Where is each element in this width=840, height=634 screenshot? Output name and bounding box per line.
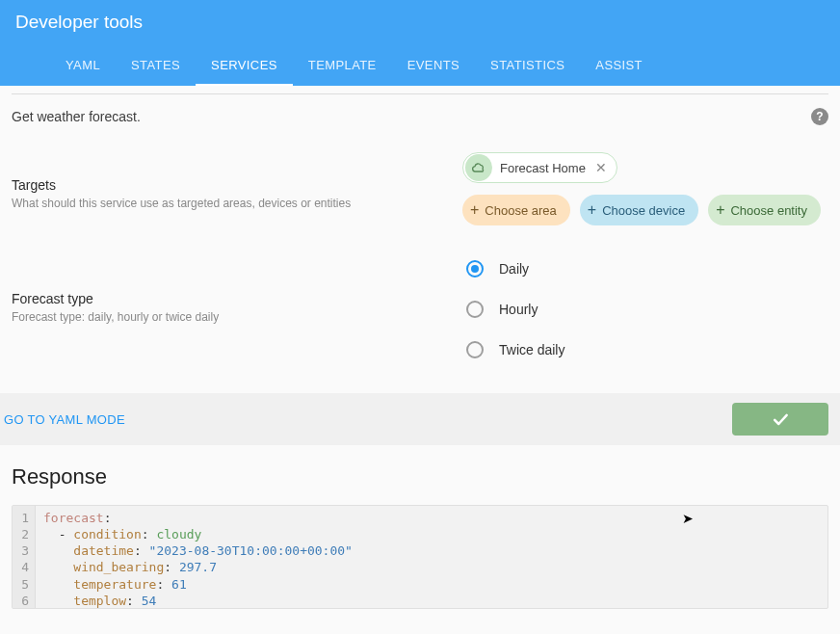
header-tabs: YAMLSTATESSERVICESTEMPLATEEVENTSSTATISTI…	[15, 44, 825, 86]
selected-entity-chip[interactable]: Forecast Home ✕	[462, 152, 617, 183]
choose-entity-label: Choose entity	[730, 203, 807, 218]
service-description: Get weather forecast.	[12, 109, 141, 124]
entity-chip-label: Forecast Home	[500, 161, 586, 175]
radio-label: Twice daily	[499, 342, 564, 357]
remove-entity-icon[interactable]: ✕	[595, 160, 607, 175]
choose-area-label: Choose area	[485, 203, 556, 218]
tab-states[interactable]: STATES	[116, 44, 196, 86]
forecast-type-radio-group: DailyHourlyTwice daily	[462, 254, 828, 358]
forecast-type-sub: Forecast type: daily, hourly or twice da…	[12, 310, 416, 324]
radio-daily[interactable]: Daily	[466, 260, 828, 277]
tab-assist[interactable]: ASSIST	[580, 44, 658, 86]
radio-label: Daily	[499, 261, 529, 277]
radio-icon	[466, 260, 484, 277]
choose-device-label: Choose device	[602, 203, 685, 218]
radio-icon	[466, 301, 484, 318]
radio-label: Hourly	[499, 302, 538, 317]
choose-area-button[interactable]: + Choose area	[462, 195, 570, 225]
call-service-button[interactable]	[732, 403, 828, 436]
action-bar: GO TO YAML MODE	[0, 393, 840, 445]
check-icon	[771, 409, 790, 429]
response-heading: Response	[12, 464, 828, 489]
targets-label: Targets	[12, 177, 416, 193]
go-to-yaml-button[interactable]: GO TO YAML MODE	[0, 412, 125, 427]
plus-icon: +	[716, 201, 724, 219]
radio-icon	[466, 341, 484, 358]
page-title: Developer tools	[15, 12, 825, 44]
tab-services[interactable]: SERVICES	[196, 44, 293, 86]
tab-events[interactable]: EVENTS	[392, 44, 475, 86]
plus-icon: +	[588, 201, 596, 219]
app-header: Developer tools YAMLSTATESSERVICESTEMPLA…	[0, 0, 840, 86]
tab-template[interactable]: TEMPLATE	[293, 44, 392, 86]
plus-icon: +	[470, 201, 479, 219]
cloud-icon	[465, 154, 492, 181]
radio-hourly[interactable]: Hourly	[466, 301, 828, 318]
help-icon[interactable]: ?	[811, 108, 828, 125]
choose-device-button[interactable]: + Choose device	[580, 195, 698, 225]
forecast-type-label: Forecast type	[12, 291, 416, 306]
radio-twice-daily[interactable]: Twice daily	[466, 341, 828, 358]
tab-statistics[interactable]: STATISTICS	[475, 44, 580, 86]
targets-sub: What should this service use as targeted…	[12, 197, 416, 210]
tab-yaml[interactable]: YAML	[50, 44, 116, 86]
choose-entity-button[interactable]: + Choose entity	[708, 195, 821, 225]
response-code: 1 2 3 4 5 6 7 forecast: - condition: clo…	[12, 505, 828, 609]
